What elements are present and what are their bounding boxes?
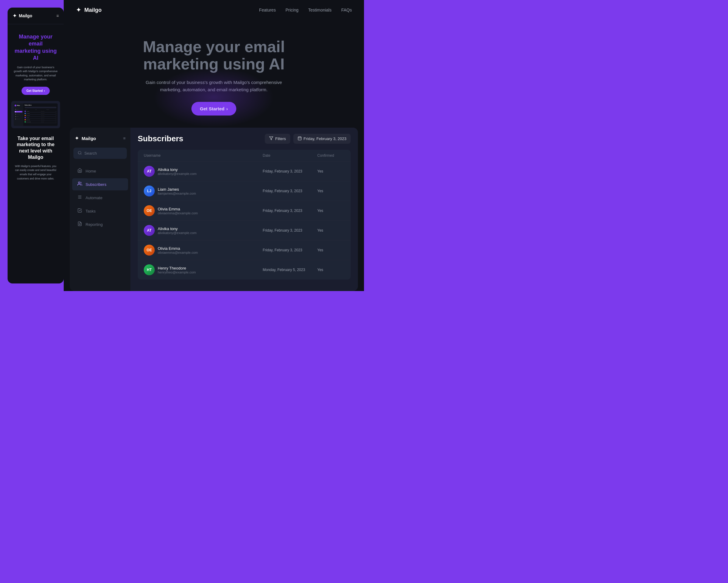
subscribers-table: Username Date Confirmed AT Alivika tony … — [138, 150, 350, 280]
subscriber-name: Olivia Emma — [158, 246, 198, 251]
app-star-icon: ✦ — [75, 135, 79, 141]
mobile-second-title: Take your email marketing to the next le… — [14, 135, 58, 161]
mobile-cta-button[interactable]: Get Started › — [22, 87, 50, 95]
mobile-logo-text: Mailgo — [19, 14, 32, 18]
subscriber-confirmed: Yes — [317, 248, 345, 252]
col-username: Username — [144, 153, 263, 158]
hero-cta-button[interactable]: Get Started › — [191, 102, 236, 115]
hero-section: Manage your email marketing using AI Gai… — [64, 20, 364, 128]
app-search-bar[interactable]: Search — [73, 148, 127, 159]
sidebar-tasks-label: Tasks — [85, 209, 96, 213]
automate-icon — [77, 195, 82, 201]
subscriber-date: Friday, February 3, 2023 — [263, 248, 317, 252]
app-logo-text: Mailgo — [82, 136, 96, 141]
subscriber-email: alivikatony@example.com — [158, 172, 197, 176]
table-header: Username Date Confirmed — [138, 150, 350, 162]
subscriber-info: OE Olivia Emma oliviaemma@example.com — [144, 245, 263, 256]
date-button[interactable]: Friday, February 3, 2023 — [293, 134, 350, 144]
mobile-logo: ✦ Mailgo — [12, 12, 32, 19]
app-sidebar-logo: ✦ Mailgo — [75, 135, 96, 141]
search-placeholder-text: Search — [84, 151, 97, 156]
nav-link-faqs[interactable]: FAQs — [341, 7, 352, 12]
avatar: HT — [144, 264, 155, 275]
home-icon — [77, 168, 82, 174]
svg-point-1 — [78, 182, 80, 183]
sidebar-reporting-label: Reporting — [85, 222, 103, 227]
sidebar-home-label: Home — [85, 169, 96, 174]
mobile-hero: Manage your email marketing using AI Gai… — [7, 24, 64, 101]
subscriber-name: Olivia Emma — [158, 207, 198, 211]
app-sidebar-header: ✦ Mailgo ≡ — [70, 132, 130, 147]
subscriber-confirmed: Yes — [317, 209, 345, 213]
subscriber-confirmed: Yes — [317, 228, 345, 233]
table-row[interactable]: HT Henry Theodore henrytheo@example.com … — [138, 260, 350, 280]
desktop-logo-text: Mailgo — [84, 7, 102, 14]
reporting-icon — [77, 221, 82, 228]
subscriber-email: henrytheo@example.com — [158, 270, 196, 274]
table-row[interactable]: OE Olivia Emma oliviaemma@example.com Fr… — [138, 201, 350, 221]
sidebar-automate-label: Automate — [85, 195, 103, 200]
sidebar-subscribers-label: Subscribers — [85, 182, 106, 187]
subscriber-name: Alivika tony — [158, 227, 197, 231]
avatar: AT — [144, 225, 155, 236]
avatar: AT — [144, 166, 155, 177]
mobile-second-desc: With Mailgo's powerful features, you can… — [14, 164, 58, 181]
subscriber-email: oliviaemma@example.com — [158, 211, 198, 215]
subscriber-confirmed: Yes — [317, 189, 345, 193]
tasks-icon — [77, 208, 82, 214]
dashboard-preview: ✦ Mailgo ≡ Search — [70, 128, 358, 291]
desktop-panel: ✦ Mailgo Features Pricing Testimonials F… — [64, 0, 364, 291]
table-row[interactable]: AT Alivika tony alivikatony@example.com … — [138, 162, 350, 181]
table-row[interactable]: OE Olivia Emma oliviaemma@example.com Fr… — [138, 240, 350, 260]
desktop-nav: ✦ Mailgo Features Pricing Testimonials F… — [64, 0, 364, 20]
subscriber-date: Friday, February 3, 2023 — [263, 189, 317, 193]
subscriber-date: Friday, February 3, 2023 — [263, 209, 317, 213]
subscriber-date: Monday, February 5, 2023 — [263, 268, 317, 272]
app-main-title: Subscribers — [138, 134, 183, 143]
hero-description: Gain control of your business's growth w… — [141, 79, 287, 94]
subscriber-info: AT Alivika tony alivikatony@example.com — [144, 225, 263, 236]
subscriber-email: oliviaemma@example.com — [158, 251, 198, 254]
svg-marker-7 — [269, 137, 273, 140]
filters-button[interactable]: Filters — [265, 134, 290, 144]
filter-icon — [269, 136, 273, 141]
app-hamburger-icon[interactable]: ≡ — [123, 136, 126, 141]
subscriber-date: Friday, February 3, 2023 — [263, 228, 317, 233]
col-date: Date — [263, 153, 317, 158]
nav-link-pricing[interactable]: Pricing — [285, 7, 298, 12]
subscriber-date: Friday, February 3, 2023 — [263, 169, 317, 174]
hamburger-icon[interactable]: ≡ — [56, 14, 59, 18]
subscriber-email: alivikatony@example.com — [158, 231, 197, 235]
avatar: OE — [144, 205, 155, 216]
calendar-icon — [297, 136, 302, 141]
nav-link-testimonials[interactable]: Testimonials — [308, 7, 332, 12]
mobile-second-section: Take your email marketing to the next le… — [7, 128, 64, 284]
mobile-hero-desc: Gain control of your business's growth w… — [14, 65, 58, 82]
subscriber-info: LJ Liam James liamjames@example.com — [144, 186, 263, 196]
star-icon: ✦ — [12, 12, 17, 19]
app-sidebar: ✦ Mailgo ≡ Search — [70, 128, 130, 291]
sidebar-item-reporting[interactable]: Reporting — [72, 218, 128, 231]
mobile-hero-title: Manage your email marketing using AI — [14, 33, 58, 62]
desktop-nav-links: Features Pricing Testimonials FAQs — [259, 7, 352, 12]
sidebar-item-tasks[interactable]: Tasks — [72, 205, 128, 217]
app-main-header: Subscribers Filters — [138, 134, 350, 144]
sidebar-item-automate[interactable]: Automate — [72, 192, 128, 204]
nav-link-features[interactable]: Features — [259, 7, 276, 12]
sidebar-item-home[interactable]: Home — [72, 165, 128, 177]
subscriber-name: Alivika tony — [158, 167, 197, 172]
mobile-nav: ✦ Mailgo ≡ — [7, 7, 64, 24]
subscriber-info: AT Alivika tony alivikatony@example.com — [144, 166, 263, 177]
subscriber-confirmed: Yes — [317, 169, 345, 174]
app-main-actions: Filters Friday, February 3, 2023 — [265, 134, 350, 144]
subscriber-info: HT Henry Theodore henrytheo@example.com — [144, 264, 263, 275]
avatar: LJ — [144, 186, 155, 196]
desktop-logo: ✦ Mailgo — [76, 6, 102, 14]
table-row[interactable]: AT Alivika tony alivikatony@example.com … — [138, 221, 350, 240]
subscriber-confirmed: Yes — [317, 268, 345, 272]
subscriber-name: Henry Theodore — [158, 266, 196, 270]
col-confirmed: Confirmed — [317, 153, 345, 158]
star-icon: ✦ — [76, 6, 81, 14]
table-row[interactable]: LJ Liam James liamjames@example.com Frid… — [138, 181, 350, 201]
sidebar-item-subscribers[interactable]: Subscribers — [72, 178, 128, 190]
